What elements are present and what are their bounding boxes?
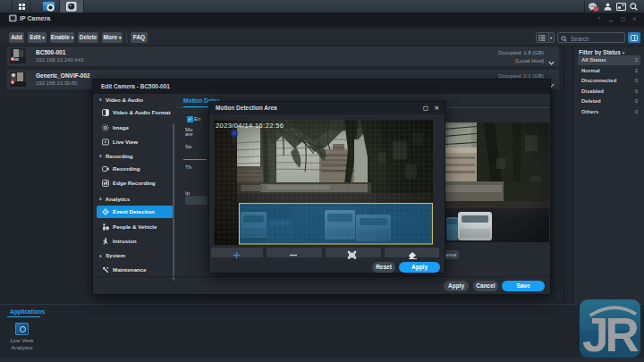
svg-text:2023/04/14 16:22:56: 2023/04/14 16:22:56 [216,122,284,130]
svg-text:JR: JR [582,308,639,358]
